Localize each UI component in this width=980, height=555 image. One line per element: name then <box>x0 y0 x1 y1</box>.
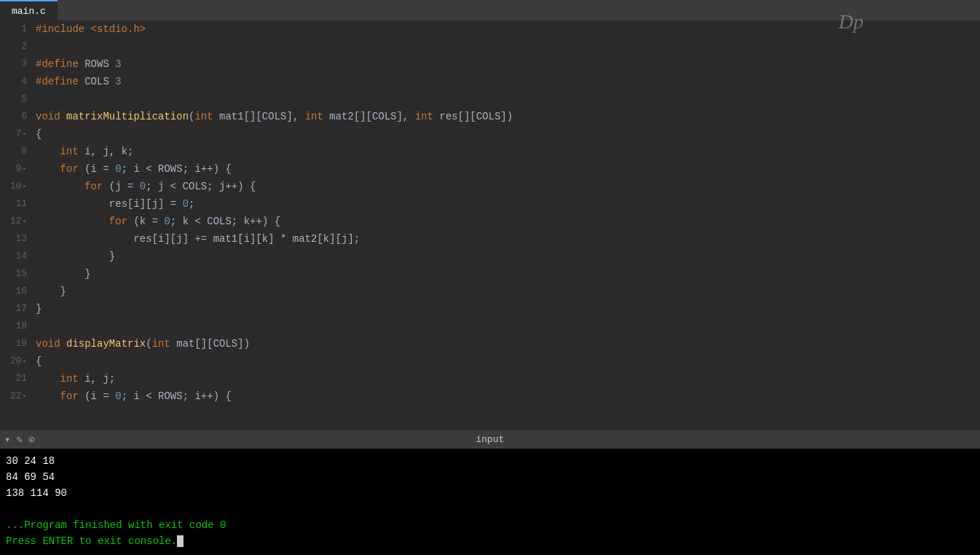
token: mat2[][COLS], <box>329 111 415 122</box>
token: #include <stdio.h> <box>36 23 146 35</box>
line-content: } <box>33 248 115 265</box>
line-number: 20▸ <box>0 353 33 370</box>
token: mat1[][COLS], <box>219 111 305 122</box>
token: ; i < ROWS; i++) { <box>122 390 232 402</box>
edit-icon[interactable]: ✎ <box>16 433 22 446</box>
token: { <box>36 128 42 140</box>
token: 0 <box>140 181 146 192</box>
line-content: #define ROWS 3 <box>33 55 122 73</box>
code-line: 17} <box>0 300 980 318</box>
panel-label: input <box>475 434 504 445</box>
chevron-down-icon[interactable]: ▾ <box>4 433 10 446</box>
line-num-text: 13 <box>15 230 27 248</box>
console-output-line: 30 24 18 <box>6 453 974 469</box>
line-arrow-icon: ▸ <box>23 213 27 230</box>
token: i, j, k; <box>84 146 133 157</box>
console-finished-line: ...Program finished with exit code 0 <box>6 517 974 533</box>
line-number: 9▸ <box>0 160 33 178</box>
line-content: for (k = 0; k < COLS; k++) { <box>33 213 280 230</box>
line-num-text: 12 <box>10 213 22 230</box>
line-content: { <box>33 353 42 370</box>
console-output-line: 84 69 54 <box>6 469 974 485</box>
token: for <box>84 181 109 192</box>
line-num-text: 17 <box>15 300 27 318</box>
tab-main-c[interactable]: main.c <box>0 0 58 20</box>
line-num-text: 20 <box>10 353 22 370</box>
line-content: { <box>33 125 42 143</box>
token: int <box>60 373 85 385</box>
line-num-text: 19 <box>15 335 27 353</box>
line-number: 1 <box>0 20 33 38</box>
code-line: 22▸ for (i = 0; i < ROWS; i++) { <box>0 387 980 405</box>
line-content: for (j = 0; j < COLS; j++) { <box>33 178 256 195</box>
panel-separator: ▾ ✎ ⊙ input <box>0 430 980 449</box>
token: #define <box>36 76 84 87</box>
token: 0 <box>164 216 170 227</box>
code-line: 13 res[i][j] += mat1[i][k] * mat2[k][j]; <box>0 230 980 248</box>
token: } <box>60 286 66 297</box>
token: void <box>36 338 66 350</box>
circle-icon[interactable]: ⊙ <box>28 433 34 446</box>
line-num-text: 11 <box>15 195 27 213</box>
code-line: 14 } <box>0 248 980 265</box>
token: 3 <box>115 76 121 87</box>
token: for <box>60 163 85 175</box>
console-press-line: Press ENTER to exit console. <box>6 533 974 549</box>
token: (i = <box>84 163 115 175</box>
token: #define <box>36 58 84 70</box>
line-num-text: 21 <box>15 370 27 387</box>
line-num-text: 1 <box>21 20 27 38</box>
token: displayMatrix <box>66 338 146 350</box>
line-number: 16 <box>0 283 33 300</box>
line-number: 19 <box>0 335 33 353</box>
line-num-text: 16 <box>15 283 27 300</box>
line-content: int i, j, k; <box>33 143 133 160</box>
console-blank-line <box>6 501 974 517</box>
cursor <box>177 535 183 547</box>
line-num-text: 10 <box>10 178 22 195</box>
line-arrow-icon: ▸ <box>23 178 27 195</box>
line-arrow-icon: ▸ <box>23 353 27 370</box>
token: res[i][j] += mat1[i][k] * mat2[k][j]; <box>133 233 360 245</box>
code-line: 5 <box>0 90 980 108</box>
token: void <box>36 111 66 122</box>
token: ; <box>189 198 194 210</box>
token: int <box>415 111 440 122</box>
token <box>36 146 60 157</box>
line-content: } <box>33 300 42 318</box>
panel-icons[interactable]: ▾ ✎ ⊙ <box>4 433 34 446</box>
token <box>36 233 133 245</box>
code-line: 1#include <stdio.h> <box>0 20 980 38</box>
token: int <box>60 146 85 157</box>
line-content: res[i][j] = 0; <box>33 195 194 213</box>
token <box>36 181 84 192</box>
line-number: 21 <box>0 370 33 387</box>
code-line: 8 int i, j, k; <box>0 143 980 160</box>
token: (i = <box>84 390 115 402</box>
token: } <box>84 268 90 280</box>
code-line: 6void matrixMultiplication(int mat1[][CO… <box>0 108 980 125</box>
line-number: 6 <box>0 108 33 125</box>
token: 0 <box>115 390 121 402</box>
token: { <box>36 355 42 367</box>
token: matrixMultiplication <box>66 111 189 122</box>
token: ; j < COLS; j++) { <box>146 181 256 192</box>
line-num-text: 5 <box>21 90 27 108</box>
line-number: 11 <box>0 195 33 213</box>
code-editor[interactable]: 1#include <stdio.h>23#define ROWS 34#def… <box>0 20 980 430</box>
token: int <box>194 111 219 122</box>
line-num-text: 4 <box>21 73 27 90</box>
token: for <box>109 216 134 227</box>
line-arrow-icon: ▸ <box>23 125 27 143</box>
token: } <box>109 251 115 262</box>
code-line: 2 <box>0 38 980 55</box>
token <box>36 163 60 175</box>
line-num-text: 7 <box>16 125 22 143</box>
line-number: 2 <box>0 38 33 55</box>
console-output-area: 30 24 1884 69 54138 114 90...Program fin… <box>0 449 980 555</box>
token <box>36 251 109 262</box>
console-press-text: Press ENTER to exit console. <box>6 535 177 547</box>
token: 0 <box>183 198 189 210</box>
token <box>36 286 60 297</box>
token: } <box>36 303 42 315</box>
